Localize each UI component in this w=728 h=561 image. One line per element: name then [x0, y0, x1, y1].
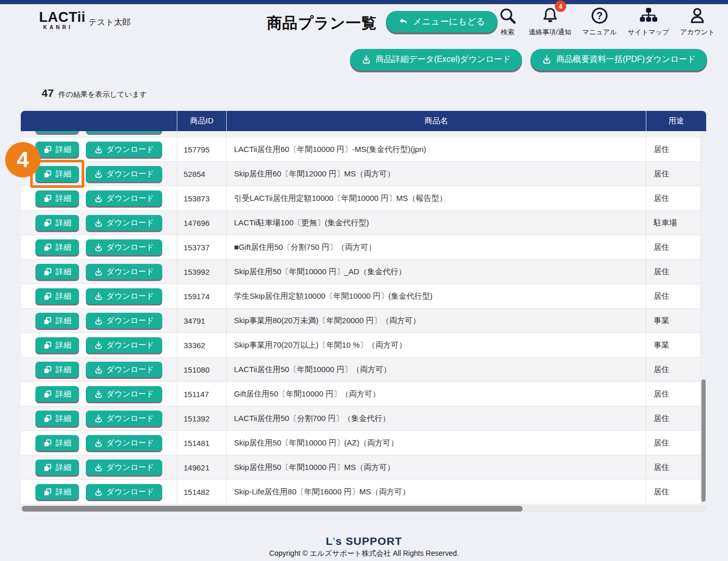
download-button[interactable]: ダウンロード	[86, 386, 162, 402]
product-name-cell: LACTii居住用50〔分割700 円〕（集金代行）	[226, 406, 646, 430]
detail-button[interactable]: 詳細	[35, 288, 79, 304]
nav-notifications[interactable]: 4 連絡事項/通知	[529, 5, 571, 37]
table-row: 詳細 ダウンロード 151392 LACTii居住用50〔分割700 円〕（集金…	[21, 406, 701, 430]
nav-notifications-label: 連絡事項/通知	[529, 28, 571, 37]
detail-button-label: 詳細	[56, 291, 71, 301]
detail-button[interactable]: 詳細	[35, 166, 79, 182]
download-button[interactable]: ダウンロード	[86, 264, 162, 279]
product-id-cell: 153737	[177, 235, 226, 259]
usage-cell	[646, 131, 701, 137]
page-title: 商品プラン一覧	[267, 13, 377, 34]
download-button[interactable]: ダウンロード	[86, 460, 162, 475]
detail-button-label: 詳細	[56, 316, 71, 326]
table-row: 詳細 ダウンロード 153873 引受LACTii居住用定額10000〔年間10…	[21, 186, 701, 210]
detail-button[interactable]: 詳細	[35, 362, 79, 377]
detail-button[interactable]: 詳細	[35, 435, 79, 451]
sitemap-icon	[638, 5, 659, 26]
download-button[interactable]: ダウンロード	[86, 190, 162, 206]
product-id-cell: 149621	[177, 455, 226, 479]
row-actions-cell: 詳細 ダウンロード	[21, 358, 177, 381]
detail-button-label: 詳細	[56, 194, 71, 203]
download-button[interactable]: ダウンロード	[86, 435, 162, 451]
table-body: 詳細 ダウンロード 詳細 ダウンロード	[21, 131, 706, 504]
usage-cell: 居住	[646, 137, 701, 161]
download-icon	[542, 55, 552, 65]
detail-button[interactable]: 詳細	[35, 484, 79, 500]
detail-button[interactable]: 詳細	[35, 411, 79, 426]
table-row: 詳細 ダウンロード 157795 LACTii居住用60〔年間10000 円〕-…	[21, 137, 701, 161]
download-icon	[94, 463, 103, 472]
download-icon	[94, 243, 103, 252]
detail-button[interactable]: 詳細	[35, 313, 79, 328]
detail-button[interactable]: 詳細	[35, 190, 79, 206]
detail-icon	[43, 390, 52, 399]
detail-button-label: 詳細	[56, 340, 71, 350]
nav-search[interactable]: 検索	[497, 5, 518, 37]
detail-icon	[43, 365, 52, 374]
product-id-cell: 151392	[177, 406, 226, 430]
footer-logo: L’s SUPPORT	[0, 535, 728, 547]
back-to-menu-button[interactable]: メニューにもどる	[386, 11, 498, 32]
download-button-label: ダウンロード	[107, 438, 154, 448]
detail-button[interactable]: 詳細	[35, 215, 79, 231]
nav-manual[interactable]: ? マニュアル	[582, 5, 617, 37]
table-row: 詳細 ダウンロード 33362 Skip事業用70(20万以上)〔年間10 %〕…	[21, 333, 701, 357]
detail-button[interactable]: 詳細	[35, 460, 79, 475]
detail-icon	[43, 243, 52, 252]
download-button[interactable]: ダウンロード	[86, 313, 162, 328]
download-button-label: ダウンロード	[107, 267, 154, 277]
header-nav: 検索 4 連絡事項/通知 ? マニュアル サイトマップ アカウント	[497, 5, 715, 37]
detail-button[interactable]: 詳細	[35, 337, 79, 353]
download-icon	[94, 341, 103, 350]
download-button[interactable]: ダウンロード	[86, 484, 162, 500]
download-button[interactable]: ダウンロード	[86, 411, 162, 426]
row-actions-cell: 詳細 ダウンロード	[21, 309, 177, 333]
logo-main-text: LACTii	[39, 10, 86, 24]
download-button[interactable]: ダウンロード	[86, 142, 162, 157]
detail-button-label: 詳細	[56, 365, 71, 375]
detail-button-label: 詳細	[56, 463, 71, 473]
download-icon	[94, 267, 103, 276]
table-row: 詳細 ダウンロード 34791 Skip事業用80(20万未満)〔年間20000…	[21, 308, 701, 333]
product-id-cell: 151482	[177, 480, 226, 504]
excel-download-button[interactable]: 商品詳細データ(Excel)ダウンロード	[350, 49, 522, 70]
notification-badge: 4	[555, 1, 566, 12]
detail-button[interactable]: 詳細	[35, 264, 79, 279]
download-button[interactable]: ダウンロード	[86, 215, 162, 231]
row-actions-cell: 詳細 ダウンロード	[21, 260, 177, 284]
footer-logo-l: L	[326, 535, 333, 547]
nav-account[interactable]: アカウント	[680, 5, 715, 37]
table-row: 詳細 ダウンロード 151481 Skip居住用50〔年間10000 円〕(AZ…	[21, 430, 701, 455]
usage-cell: 駐車場	[646, 211, 701, 235]
download-button-label: ダウンロード	[107, 316, 154, 326]
download-button[interactable]: ダウンロード	[86, 362, 162, 377]
detail-button-label: 詳細	[56, 414, 71, 424]
download-button[interactable]: ダウンロード	[86, 166, 162, 182]
pdf-download-button[interactable]: 商品概要資料一括(PDF)ダウンロード	[530, 49, 707, 70]
detail-button[interactable]: 詳細	[35, 131, 79, 133]
detail-icon	[43, 488, 52, 496]
download-button[interactable]: ダウンロード	[86, 131, 162, 133]
download-button[interactable]: ダウンロード	[86, 288, 162, 304]
detail-button[interactable]: 詳細	[35, 142, 79, 157]
download-button-label: ダウンロード	[107, 169, 154, 179]
top-navy-strip	[0, 0, 728, 4]
nav-sitemap[interactable]: サイトマップ	[628, 5, 669, 37]
table-row: 詳細 ダウンロード 159174 学生Skip居住用定額10000〔年間1000…	[21, 284, 701, 308]
download-icon	[94, 292, 103, 301]
product-id-cell: 159174	[177, 284, 226, 308]
product-id-cell: 157795	[177, 137, 226, 161]
copyright-text: Copyright © エルズサポート株式会社 All Rights Reser…	[0, 549, 728, 558]
product-id-cell: 153873	[177, 186, 226, 210]
detail-button[interactable]: 詳細	[35, 239, 79, 255]
detail-button-label: 詳細	[56, 243, 71, 252]
horizontal-scrollbar-thumb[interactable]	[22, 506, 523, 512]
app-logo[interactable]: LACTii KANRI	[39, 10, 86, 30]
vertical-scrollbar-thumb[interactable]	[701, 379, 706, 502]
download-button[interactable]: ダウンロード	[86, 239, 162, 255]
detail-icon	[43, 267, 52, 276]
table-row: 詳細 ダウンロード 153737 ■Gift居住用50〔分割750 円〕（両方可…	[21, 235, 701, 259]
product-id-cell: 33362	[177, 333, 226, 357]
detail-button[interactable]: 詳細	[35, 386, 79, 402]
download-button[interactable]: ダウンロード	[86, 337, 162, 353]
